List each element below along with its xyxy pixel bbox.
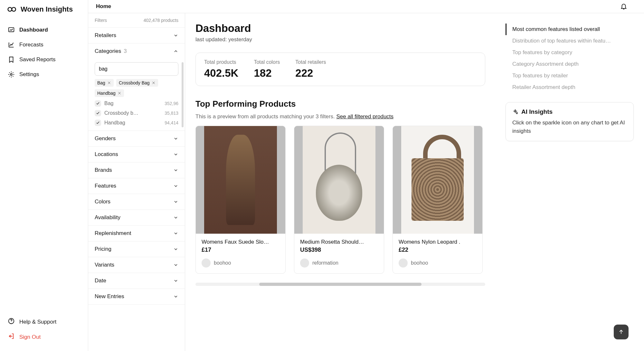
product-card[interactable]: Womens Nylon Leopard . £22 boohoo [393, 126, 483, 274]
filter-section-categories-head[interactable]: Categories 3 [88, 44, 185, 59]
chevron-down-icon [173, 136, 178, 141]
top-header: Home [88, 0, 644, 13]
signout-label: Sign Out [19, 334, 41, 340]
sign-out-link[interactable]: Sign Out [5, 329, 83, 345]
category-option[interactable]: Bag 352,96 [95, 100, 178, 107]
category-option[interactable]: Handbag 94,414 [95, 120, 178, 126]
product-name: Womens Faux Suede Slo… [202, 239, 279, 245]
chevron-down-icon [173, 183, 178, 189]
filter-section-locations[interactable]: Locations [88, 147, 185, 162]
notifications-icon[interactable] [620, 3, 627, 10]
filters-header: Filters 402,478 products [88, 13, 185, 28]
nav-label: Saved Reports [19, 56, 55, 63]
ai-body-text: Click on the sparkle icon on any chart t… [512, 119, 627, 135]
nav-label: Dashboard [19, 27, 48, 33]
category-options: Bag 352,96 Crossbody b… 35,813 Handbag [95, 100, 178, 126]
filter-label: Genders [95, 135, 116, 142]
nav-bottom: Help & Support Sign Out [0, 314, 88, 347]
retailer-name: boohoo [411, 260, 428, 266]
ai-insights-header: AI Insights [512, 108, 627, 115]
section-title: Top Performing Products [195, 99, 498, 109]
chevron-down-icon [173, 294, 178, 299]
product-image [393, 126, 482, 234]
toc-item[interactable]: Distribution of top features within feat… [506, 35, 634, 47]
stat-value: 402.5K [204, 67, 238, 79]
help-icon [8, 317, 15, 326]
chevron-down-icon [173, 278, 178, 283]
left-nav: Woven Insights Dashboard Forecasts Saved… [0, 0, 88, 351]
nav-item-dashboard[interactable]: Dashboard [5, 23, 83, 37]
filter-section-genders[interactable]: Genders [88, 131, 185, 147]
checkbox-checked[interactable] [95, 110, 101, 116]
stat-label: Total colors [254, 59, 280, 65]
chip-handbag[interactable]: Handbag [95, 89, 124, 97]
filter-section-colors[interactable]: Colors [88, 194, 185, 210]
brand-logo: Woven Insights [0, 4, 88, 23]
checkbox-checked[interactable] [95, 120, 101, 126]
option-count: 94,414 [165, 120, 178, 125]
filter-section-brands[interactable]: Brands [88, 162, 185, 178]
product-retailer: boohoo [399, 258, 477, 268]
stat-label: Total retailers [295, 59, 326, 65]
toc-item[interactable]: Retailer Assortment depth [506, 82, 634, 93]
close-icon [118, 91, 121, 95]
filter-section-replenishment[interactable]: Replenishment [88, 226, 185, 241]
brand-name: Woven Insights [21, 5, 73, 14]
filter-section-variants[interactable]: Variants [88, 257, 185, 273]
horizontal-scrollbar[interactable] [195, 283, 485, 286]
filter-section-retailers[interactable]: Retailers [88, 28, 185, 44]
sparkle-icon [512, 109, 518, 115]
filter-section-pricing[interactable]: Pricing [88, 241, 185, 257]
stat-label: Total products [204, 59, 238, 65]
category-search-input[interactable] [95, 62, 178, 76]
scrollbar-thumb[interactable] [259, 283, 421, 286]
option-label: Crossbody b… [104, 110, 161, 116]
filter-section-availability[interactable]: Availability [88, 210, 185, 226]
bookmark-icon [8, 56, 15, 63]
toc-item[interactable]: Top features by category [506, 47, 634, 58]
chip-label: Crossbody Bag [119, 80, 150, 85]
chip-label: Bag [97, 80, 105, 85]
stat-total-colors: Total colors 182 [254, 59, 280, 79]
dashboard-main: Dashboard last updated: yesterday Total … [195, 22, 498, 351]
svg-rect-0 [9, 28, 14, 32]
category-chips: Bag Crossbody Bag Handbag [95, 79, 178, 97]
nav-item-saved-reports[interactable]: Saved Reports [5, 52, 83, 67]
signout-icon [8, 333, 15, 341]
toc-item[interactable]: Top features by retailer [506, 70, 634, 82]
toc-item[interactable]: Most common features listed overall [506, 24, 634, 35]
product-price: £17 [202, 247, 279, 253]
preview-note: This is a preview from all products matc… [195, 113, 498, 120]
nav-item-settings[interactable]: Settings [5, 67, 83, 82]
chevron-down-icon [173, 231, 178, 236]
breadcrumb[interactable]: Home [96, 3, 111, 10]
filter-section-new-entries[interactable]: New Entries [88, 289, 185, 305]
stats-card: Total products 402.5K Total colors 182 T… [195, 53, 485, 86]
chip-bag[interactable]: Bag [95, 79, 114, 87]
filter-section-features[interactable]: Features [88, 178, 185, 194]
nav-label: Forecasts [19, 42, 43, 48]
scroll-to-top-button[interactable] [614, 325, 629, 339]
chip-crossbody-bag[interactable]: Crossbody Bag [116, 79, 158, 87]
option-count: 35,813 [165, 111, 178, 116]
checkbox-checked[interactable] [95, 100, 101, 107]
filter-label: Brands [95, 167, 112, 173]
nav-item-forecasts[interactable]: Forecasts [5, 37, 83, 52]
close-icon [107, 81, 111, 85]
scrollbar[interactable] [182, 62, 184, 127]
retailer-avatar [399, 258, 408, 268]
help-support-link[interactable]: Help & Support [5, 314, 83, 329]
filter-label: Categories [95, 48, 121, 54]
product-card[interactable]: Medium Rosetta Should… US$398 reformatio… [294, 126, 384, 274]
ai-title: AI Insights [521, 108, 553, 115]
option-label: Handbag [104, 120, 161, 126]
option-count: 352,96 [165, 101, 178, 106]
toc-item[interactable]: Category Assortment depth [506, 58, 634, 70]
product-price: US$398 [300, 247, 378, 253]
filter-section-date[interactable]: Date [88, 273, 185, 289]
chevron-down-icon [173, 152, 178, 157]
see-all-link[interactable]: See all filtered products [336, 113, 393, 120]
product-card[interactable]: Womens Faux Suede Slo… £17 boohoo [195, 126, 286, 274]
category-option[interactable]: Crossbody b… 35,813 [95, 110, 178, 116]
preview-text: This is a preview from all products matc… [195, 113, 336, 120]
